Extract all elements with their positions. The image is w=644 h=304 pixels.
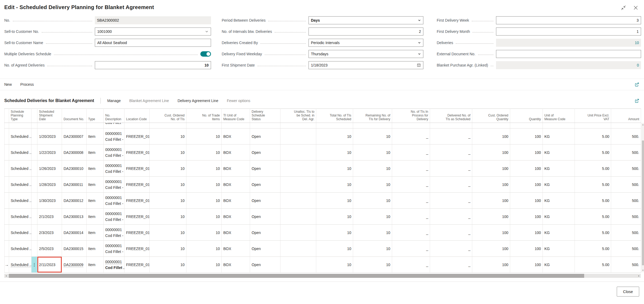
cell-inproc[interactable]: _ [392, 241, 430, 257]
cell-type[interactable]: Item [87, 209, 104, 225]
cell-tiuom[interactable]: BOX [222, 193, 250, 209]
column-header-type[interactable]: Type [87, 109, 104, 123]
cell-uom[interactable]: KG [543, 145, 575, 161]
cell-total[interactable] [316, 123, 353, 128]
column-header-loc[interactable]: Location Code [124, 109, 150, 123]
cell-status[interactable]: Open [250, 193, 280, 209]
column-header-delivered[interactable]: Delivered No. of TIs as Scheduled [430, 109, 472, 123]
field-first-shipment-date[interactable]: 1/18/2023 [309, 61, 423, 69]
column-header-inproc[interactable]: No. of TIs In Process for Delivery [392, 109, 430, 123]
row-options-icon[interactable]: ⋮ [32, 262, 36, 267]
cell-tiuom[interactable] [222, 123, 250, 128]
cell-price[interactable]: 5.00 [575, 225, 611, 241]
cell-date[interactable]: 2/5/2023 [37, 241, 62, 257]
column-header-nodesc[interactable]: No. Description [104, 109, 124, 123]
cell-amount[interactable]: 500. [611, 193, 641, 209]
column-header-remaining[interactable]: Remaining No. of TIs for Delivery [353, 109, 392, 123]
cell-unalloc[interactable] [280, 257, 316, 273]
cell-remaining[interactable]: 10 [353, 257, 392, 273]
cell-qty[interactable] [510, 123, 543, 128]
cell-spt[interactable]: Scheduled ... [9, 128, 32, 145]
cell-uom[interactable]: KG [543, 193, 575, 209]
scroll-left-icon[interactable]: ◄ [4, 274, 8, 278]
cell-loc[interactable]: FREEZER_01 [124, 128, 150, 145]
cell-doc[interactable]: DA2300011 [62, 177, 87, 193]
column-header-date[interactable]: Scheduled Shipment Date [37, 109, 62, 123]
cell-custqty[interactable]: 100 [472, 257, 510, 273]
cell-delivered[interactable]: _ [430, 241, 472, 257]
cell-doc[interactable]: DA2300009 [62, 257, 87, 273]
cell-amount[interactable]: 500. [611, 241, 641, 257]
cell-total[interactable]: 10 [316, 257, 353, 273]
cell-cust_tis[interactable] [150, 123, 186, 128]
cell-custqty[interactable]: 100 [472, 225, 510, 241]
cell-qty[interactable]: 100 [510, 209, 543, 225]
cell-type[interactable]: Item [87, 177, 104, 193]
cell-status[interactable]: Open [250, 177, 280, 193]
column-header-amount[interactable]: Amount [611, 109, 641, 123]
cell-type[interactable]: Item [87, 128, 104, 145]
cell-remaining[interactable]: 10 [353, 161, 392, 177]
cell-opts[interactable] [32, 241, 37, 257]
cell-date[interactable] [37, 123, 62, 128]
cell-amount[interactable]: 500. [611, 225, 641, 241]
cell-inproc[interactable]: _ [392, 257, 430, 273]
column-header-status[interactable]: Delivery Schedule Status [250, 109, 280, 123]
cell-uom[interactable]: KG [543, 161, 575, 177]
cell-opts[interactable] [32, 177, 37, 193]
field-no-of-intervals-btw-deliveries[interactable]: 2 [309, 28, 423, 36]
cell-date[interactable]: 1/26/2023 [37, 161, 62, 177]
cell-trade[interactable]: 10 [186, 128, 222, 145]
cell-loc[interactable]: FREEZER_01 [124, 161, 150, 177]
cell-opts[interactable] [32, 128, 37, 145]
cell-status[interactable]: Open [250, 209, 280, 225]
cell-cust_tis[interactable]: 10 [150, 241, 186, 257]
cell-doc[interactable] [62, 123, 87, 128]
cell-date[interactable]: 1/20/2023 [37, 128, 62, 145]
cell-spt[interactable]: Scheduled ... [9, 161, 32, 177]
cell-unalloc[interactable] [280, 177, 316, 193]
menu-manage[interactable]: Manage [107, 99, 121, 103]
field-no-of-agreed-deliveries[interactable]: 10 [95, 61, 211, 69]
cell-status[interactable]: Open [250, 128, 280, 145]
cell-opts[interactable] [32, 225, 37, 241]
column-header-spt[interactable]: Schedule Planning Type [9, 109, 32, 123]
cell-custqty[interactable]: 100 [472, 128, 510, 145]
cell-doc[interactable]: DA2300007 [62, 128, 87, 145]
cell-uom[interactable] [543, 123, 575, 128]
cell-delivered[interactable]: _ [430, 145, 472, 161]
column-header-doc[interactable]: Document No. [62, 109, 87, 123]
cell-custqty[interactable]: 100 [472, 145, 510, 161]
field-sell-to-customer-no[interactable]: 1001000 [95, 28, 211, 36]
menu-process[interactable]: Process [20, 82, 34, 87]
cell-unalloc[interactable] [280, 209, 316, 225]
cell-doc[interactable]: DA2300015 [62, 241, 87, 257]
cell-status[interactable]: Open [250, 241, 280, 257]
cell-trade[interactable]: 10 [186, 193, 222, 209]
cell-amount[interactable]: 500. [611, 257, 641, 273]
cell-uom[interactable]: KG [543, 241, 575, 257]
cell-inproc[interactable]: _ [392, 209, 430, 225]
cell-total[interactable]: 10 [316, 128, 353, 145]
share-icon[interactable] [634, 98, 640, 103]
cell-qty[interactable]: 100 [510, 257, 543, 273]
cell-doc[interactable]: DA2300014 [62, 225, 87, 241]
cell-remaining[interactable]: 10 [353, 177, 392, 193]
cell-nodesc[interactable]: 00000001Cod Fillet - ... [104, 123, 124, 128]
cell-trade[interactable]: 10 [186, 209, 222, 225]
cell-delivered[interactable]: _ [430, 128, 472, 145]
toggle-multiple-deliveries-schedule[interactable] [200, 51, 211, 57]
cell-uom[interactable]: KG [543, 209, 575, 225]
cell-status[interactable]: Open [250, 161, 280, 177]
cell-delivered[interactable] [430, 123, 472, 128]
cell-spt[interactable]: Scheduled ... [9, 177, 32, 193]
cell-price[interactable]: 5.00 [575, 209, 611, 225]
cell-type[interactable]: Item [87, 241, 104, 257]
cell-tiuom[interactable]: BOX [222, 241, 250, 257]
cell-custqty[interactable]: 100 [472, 209, 510, 225]
field-period-between-deliveries[interactable]: Days [309, 16, 423, 24]
cell-inproc[interactable]: _ [392, 128, 430, 145]
cell-status[interactable]: Open [250, 225, 280, 241]
cell-total[interactable]: 10 [316, 225, 353, 241]
cell-loc[interactable]: FREEZER_01 [124, 241, 150, 257]
